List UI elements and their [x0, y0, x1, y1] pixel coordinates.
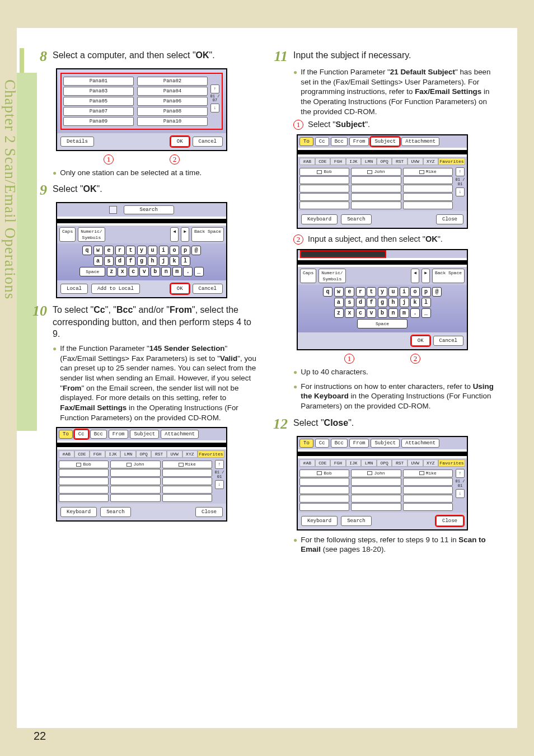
key[interactable]: b	[378, 308, 387, 318]
ok-button[interactable]: OK	[411, 336, 430, 346]
computer-option[interactable]: Pana06	[137, 97, 208, 106]
subject-input[interactable]	[301, 251, 385, 257]
address-entry[interactable]: John	[110, 461, 160, 468]
keyboard-button[interactable]: Keyboard	[301, 516, 338, 526]
space-key[interactable]: Space	[79, 267, 105, 276]
space-key[interactable]: Space	[357, 319, 407, 328]
key[interactable]: r	[356, 287, 366, 297]
close-button[interactable]: Close	[195, 507, 223, 517]
key[interactable]: m	[172, 267, 182, 276]
alpha-tab[interactable]: #AB	[299, 459, 315, 467]
arrow-left-icon[interactable]: ◀	[170, 227, 179, 242]
tab-bcc[interactable]: Bcc	[331, 439, 348, 448]
tab-attachment[interactable]: Attachment	[161, 430, 199, 439]
local-button[interactable]: Local	[60, 284, 88, 294]
search-button[interactable]: Search	[100, 507, 130, 517]
computer-option[interactable]: Pana07	[63, 107, 134, 116]
alpha-tab[interactable]: LMN	[120, 450, 136, 458]
close-button[interactable]: Close	[436, 516, 463, 526]
key[interactable]: q	[82, 246, 92, 255]
alpha-tab[interactable]: CDE	[315, 459, 331, 467]
alpha-tab[interactable]: XYZ	[423, 158, 439, 165]
key[interactable]: y	[378, 287, 387, 297]
caps-button[interactable]: Caps	[59, 227, 76, 242]
key[interactable]: h	[388, 298, 398, 307]
key[interactable]: b	[151, 267, 160, 276]
key[interactable]: f	[367, 298, 376, 307]
key[interactable]: t	[126, 246, 135, 255]
arrow-right-icon[interactable]: ▶	[421, 269, 430, 283]
address-entry[interactable]: John	[351, 469, 401, 477]
tab-to[interactable]: To	[299, 137, 313, 146]
tab-cc[interactable]: Cc	[315, 137, 329, 146]
computer-option[interactable]: Pana02	[137, 77, 208, 86]
key[interactable]: u	[148, 246, 157, 255]
key[interactable]: x	[345, 308, 354, 318]
keyboard-button[interactable]: Keyboard	[301, 214, 338, 224]
key[interactable]: z	[334, 308, 344, 318]
key[interactable]: i	[159, 246, 168, 255]
key[interactable]: v	[367, 308, 376, 318]
alpha-tab[interactable]: IJK	[105, 450, 121, 458]
key[interactable]: o	[170, 246, 179, 255]
key[interactable]: n	[388, 308, 398, 318]
add-to-local-button[interactable]: Add to Local	[91, 284, 140, 294]
caps-button[interactable]: Caps	[300, 269, 316, 283]
alpha-tab[interactable]: LMN	[361, 158, 377, 165]
key[interactable]: s	[104, 256, 114, 266]
address-entry[interactable]: Mike	[162, 461, 212, 468]
key[interactable]: u	[388, 287, 398, 297]
key[interactable]: _	[194, 267, 204, 276]
scroll-down-icon[interactable]: ↓	[210, 104, 219, 112]
tab-bcc[interactable]: Bcc	[331, 137, 348, 146]
computer-option[interactable]: Pana01	[63, 77, 134, 86]
key[interactable]: q	[323, 287, 332, 297]
tab-bcc[interactable]: Bcc	[90, 430, 107, 439]
key[interactable]: y	[137, 246, 147, 255]
key[interactable]: z	[107, 267, 116, 276]
tab-from[interactable]: From	[109, 430, 129, 439]
alpha-tab[interactable]: OPQ	[377, 158, 392, 165]
alpha-tab[interactable]: CDE	[74, 450, 90, 458]
key[interactable]: d	[115, 256, 125, 266]
key[interactable]: v	[139, 267, 149, 276]
computer-option[interactable]: Pana10	[137, 117, 208, 126]
key[interactable]: a	[93, 256, 103, 266]
key[interactable]: a	[334, 298, 344, 307]
numeric-symbols-button[interactable]: Numeric/ Symbols	[78, 227, 105, 242]
alpha-tab[interactable]: OPQ	[136, 450, 152, 458]
key[interactable]: p	[421, 287, 431, 297]
key[interactable]: r	[115, 246, 125, 255]
alpha-tab[interactable]: OPQ	[377, 459, 392, 467]
alpha-tab[interactable]: RST	[392, 459, 407, 467]
search-button[interactable]: Search	[341, 516, 371, 526]
arrow-left-icon[interactable]: ◀	[411, 269, 419, 283]
computer-option[interactable]: Pana04	[137, 87, 208, 96]
key[interactable]: t	[367, 287, 376, 297]
alpha-tab[interactable]: FGH	[330, 158, 346, 165]
cancel-button[interactable]: Cancel	[193, 137, 223, 147]
computer-option[interactable]: Pana08	[137, 107, 208, 116]
backspace-button[interactable]: Back Space	[432, 269, 465, 283]
tab-subject[interactable]: Subject	[371, 439, 400, 448]
tab-from[interactable]: From	[349, 439, 369, 448]
search-button[interactable]: Search	[341, 214, 371, 224]
address-entry[interactable]: Bob	[59, 461, 109, 468]
key[interactable]: d	[356, 298, 366, 307]
key[interactable]: s	[345, 298, 354, 307]
tab-subject[interactable]: Subject	[371, 137, 400, 146]
key[interactable]: k	[410, 298, 420, 307]
key[interactable]: l	[181, 256, 190, 266]
computer-option[interactable]: Pana09	[63, 117, 134, 126]
arrow-right-icon[interactable]: ▶	[181, 227, 189, 242]
key[interactable]: e	[104, 246, 114, 255]
key[interactable]: w	[334, 287, 344, 297]
key[interactable]: @	[191, 246, 201, 255]
key[interactable]: k	[170, 256, 179, 266]
computer-option[interactable]: Pana03	[63, 87, 134, 96]
scroll-up-icon[interactable]: ↑	[456, 167, 465, 176]
key[interactable]: p	[181, 246, 190, 255]
address-entry[interactable]: Bob	[299, 168, 349, 176]
key[interactable]: @	[432, 287, 442, 297]
key[interactable]: e	[345, 287, 354, 297]
